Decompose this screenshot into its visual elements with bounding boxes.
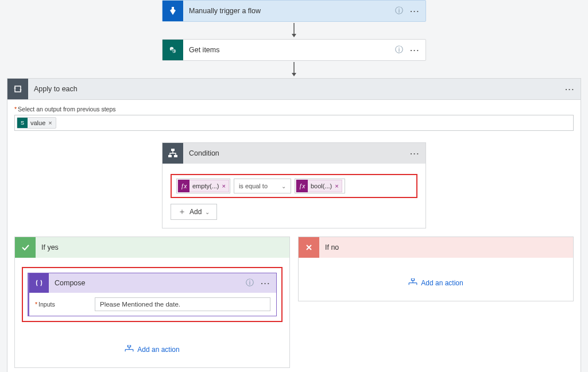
- arrow-icon: [290, 61, 298, 78]
- condition-header[interactable]: Condition ···: [163, 143, 425, 164]
- add-condition-button[interactable]: ＋ Add ⌄: [171, 204, 217, 220]
- add-action-link[interactable]: Add an action: [305, 267, 566, 289]
- apply-to-each-header[interactable]: Apply to each ···: [7, 79, 581, 100]
- inputs-label: *Inputs: [35, 301, 87, 308]
- svg-rect-13: [412, 278, 415, 280]
- output-label: *Select an output from previous steps: [14, 106, 574, 113]
- compose-highlight: Compose ⓘ ··· *Inputs Please Mention: [22, 267, 283, 322]
- x-icon: [299, 237, 319, 258]
- condition-branches: If yes Compose: [14, 237, 574, 368]
- output-input[interactable]: S value ×: [14, 115, 574, 131]
- apply-to-each-container: Apply to each ··· *Select an output from…: [7, 78, 581, 372]
- help-icon[interactable]: ⓘ: [395, 6, 403, 16]
- compose-inputs-field[interactable]: Please Mentioned the date.: [95, 297, 270, 311]
- more-icon[interactable]: ···: [410, 7, 420, 16]
- condition-row: ƒx empty(...) × is equal to ⌄: [171, 174, 417, 198]
- apply-to-each-title: Apply to each: [28, 85, 565, 93]
- svg-text:S: S: [171, 48, 175, 53]
- value-token[interactable]: S value ×: [17, 117, 56, 129]
- operator-select[interactable]: is equal to ⌄: [234, 179, 291, 193]
- sharepoint-icon: S: [17, 118, 28, 128]
- if-yes-branch: If yes Compose: [14, 237, 290, 368]
- if-yes-header[interactable]: If yes: [15, 237, 289, 258]
- check-icon: [15, 237, 36, 258]
- chevron-down-icon: ⌄: [281, 183, 286, 189]
- compose-card: Compose ⓘ ··· *Inputs Please Mention: [28, 273, 277, 316]
- arrow-icon: [290, 22, 298, 39]
- more-icon[interactable]: ···: [261, 279, 270, 288]
- sharepoint-icon: S: [163, 40, 183, 60]
- trigger-card[interactable]: Manually trigger a flow ⓘ ···: [162, 0, 426, 22]
- more-icon[interactable]: ···: [565, 85, 575, 94]
- more-icon[interactable]: ···: [410, 149, 420, 158]
- chevron-down-icon: ⌄: [205, 209, 210, 215]
- svg-rect-7: [174, 155, 177, 157]
- get-items-title: Get items: [183, 46, 395, 54]
- left-operand[interactable]: ƒx empty(...) ×: [176, 179, 230, 193]
- svg-rect-5: [171, 149, 175, 151]
- condition-card: Condition ··· ƒx empty(...) ×: [162, 142, 426, 228]
- get-items-card[interactable]: S Get items ⓘ ···: [162, 39, 426, 61]
- trigger-icon: [163, 1, 183, 21]
- expression-token[interactable]: ƒx bool(...) ×: [296, 180, 342, 192]
- compose-title: Compose: [49, 279, 246, 287]
- if-no-header[interactable]: If no: [299, 237, 573, 258]
- compose-header[interactable]: Compose ⓘ ···: [29, 273, 276, 293]
- right-operand[interactable]: ƒx bool(...) ×: [295, 179, 345, 193]
- fx-icon: ƒx: [296, 180, 308, 192]
- add-action-icon: [408, 278, 417, 287]
- expression-token[interactable]: ƒx empty(...) ×: [177, 180, 229, 192]
- condition-icon: [163, 143, 183, 164]
- help-icon[interactable]: ⓘ: [246, 278, 254, 288]
- if-no-branch: If no Add an action: [298, 237, 574, 301]
- compose-icon: [29, 273, 49, 293]
- svg-rect-8: [128, 345, 131, 347]
- plus-icon: ＋: [178, 207, 186, 217]
- fx-icon: ƒx: [178, 180, 189, 192]
- help-icon[interactable]: ⓘ: [395, 45, 403, 55]
- add-action-link[interactable]: Add an action: [22, 334, 283, 356]
- svg-rect-6: [168, 155, 172, 157]
- more-icon[interactable]: ···: [410, 46, 420, 55]
- remove-token-icon[interactable]: ×: [335, 183, 338, 189]
- trigger-title: Manually trigger a flow: [183, 7, 395, 15]
- condition-title: Condition: [183, 149, 410, 157]
- remove-token-icon[interactable]: ×: [222, 183, 225, 189]
- remove-token-icon[interactable]: ×: [48, 119, 52, 126]
- add-action-icon: [125, 345, 134, 354]
- loop-icon: [7, 79, 28, 99]
